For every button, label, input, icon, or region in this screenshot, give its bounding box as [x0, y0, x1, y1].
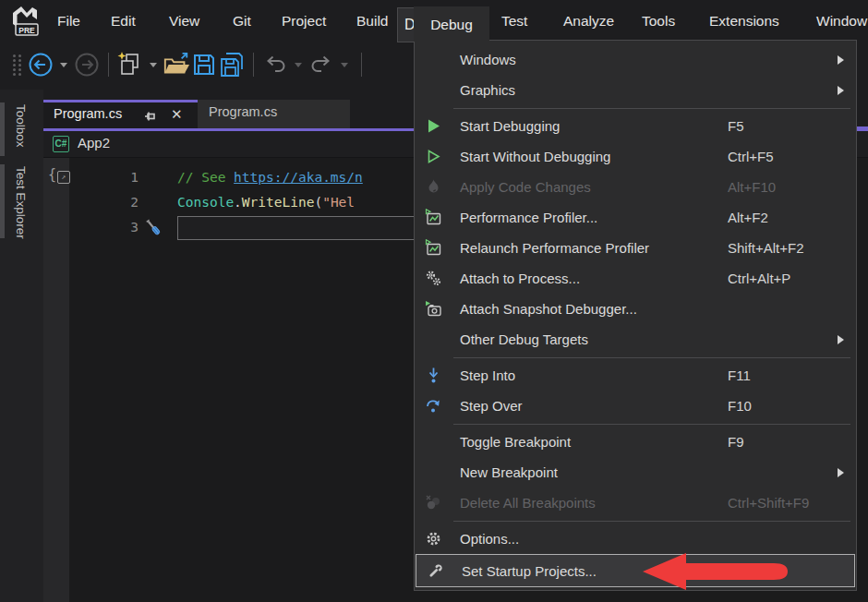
- menu-item-label: New Breakpoint: [460, 457, 558, 488]
- dock-tab-toolbox[interactable]: Toolbox: [0, 102, 43, 156]
- menubar-item-git[interactable]: Git: [233, 0, 251, 40]
- menubar-item-file[interactable]: File: [57, 0, 80, 40]
- menu-item-windows[interactable]: Windows: [415, 44, 856, 75]
- menu-item-step-into[interactable]: Step IntoF11: [415, 360, 856, 391]
- save-all-icon[interactable]: [218, 51, 246, 78]
- redo-icon[interactable]: [307, 51, 335, 78]
- tab-label: Program.cs: [54, 106, 122, 121]
- menu-item-other-debug-targets[interactable]: Other Debug Targets: [415, 324, 856, 355]
- menu-item-relaunch-performance-profiler[interactable]: Relaunch Performance ProfilerShift+Alt+F…: [415, 233, 856, 263]
- new-item-icon[interactable]: [116, 51, 144, 78]
- menu-item-label: Options...: [460, 524, 519, 554]
- menu-item-toggle-breakpoint[interactable]: Toggle BreakpointF9: [415, 427, 856, 457]
- menu-item-label: Relaunch Performance Profiler: [460, 233, 649, 263]
- menu-item-label: Delete All Breakpoints: [460, 488, 596, 518]
- dock-tab-test-explorer[interactable]: Test Explorer: [0, 164, 43, 238]
- menu-item-shortcut: F5: [728, 111, 744, 141]
- play-outline-icon: [425, 148, 442, 165]
- toolbar-grip-handle[interactable]: [13, 54, 21, 76]
- undo-icon[interactable]: [261, 51, 289, 78]
- dropdown-caret-icon[interactable]: [150, 63, 157, 67]
- code-text: // See https://aka.ms/n: [177, 165, 363, 190]
- menu-item-label: Start Debugging: [460, 111, 560, 141]
- line-number: 2: [69, 190, 139, 215]
- outline-icon[interactable]: { ↗: [48, 166, 70, 184]
- line-number: 1: [69, 165, 139, 190]
- project-dropdown[interactable]: App2: [78, 135, 110, 150]
- debug-menu-dropdown: WindowsGraphicsStart DebuggingF5Start Wi…: [414, 40, 857, 591]
- menu-item-label: Step Over: [460, 391, 523, 421]
- save-icon[interactable]: [190, 51, 218, 78]
- menu-item-shortcut: Shift+Alt+F2: [728, 233, 804, 263]
- menu-item-label: Graphics: [460, 75, 515, 105]
- dock-tab-indicator: [0, 164, 5, 238]
- gears-icon: [425, 270, 442, 287]
- menu-item-shortcut: F10: [728, 391, 752, 421]
- submenu-arrow-icon: [838, 55, 844, 65]
- menubar-item-project[interactable]: Project: [282, 0, 326, 40]
- menu-item-label: Attach Snapshot Debugger...: [460, 294, 637, 324]
- menu-item-start-without-debugging[interactable]: Start Without DebuggingCtrl+F5: [415, 141, 856, 172]
- red-arrow-annotation: [635, 550, 794, 593]
- tab-label: Program.cs: [209, 104, 277, 119]
- menu-item-new-breakpoint[interactable]: New Breakpoint: [415, 457, 856, 488]
- code-text: [177, 215, 421, 240]
- menu-item-shortcut: Ctrl+Shift+F9: [728, 488, 809, 518]
- menubar-item-test[interactable]: Test: [501, 0, 527, 40]
- pin-icon[interactable]: [143, 109, 158, 124]
- menu-item-label: Windows: [460, 44, 516, 75]
- menu-item-attach-to-process[interactable]: Attach to Process...Ctrl+Alt+P: [415, 263, 856, 294]
- camera-attach-icon: [425, 300, 442, 318]
- tab-program-cs-inactive[interactable]: Program.cs: [198, 100, 350, 128]
- dock-tab-label: Toolbox: [14, 104, 28, 148]
- close-icon[interactable]: ✕: [171, 106, 183, 123]
- menu-item-label: Attach to Process...: [460, 263, 580, 294]
- menu-item-performance-profiler[interactable]: Performance Profiler...Alt+F2: [415, 202, 856, 233]
- tab-program-cs-active[interactable]: Program.cs ✕: [43, 100, 198, 128]
- menubar-item-edit[interactable]: Edit: [111, 0, 136, 40]
- submenu-arrow-icon: [838, 86, 844, 95]
- menu-item-graphics[interactable]: Graphics: [415, 75, 856, 105]
- menu-item-attach-snapshot-debugger[interactable]: Attach Snapshot Debugger...: [415, 294, 856, 324]
- menu-item-label: Set Startup Projects...: [462, 555, 597, 587]
- play-solid-icon: [425, 117, 442, 135]
- dropdown-caret-icon[interactable]: [60, 63, 67, 67]
- step-over-icon: [425, 397, 442, 415]
- left-dock-strip: ToolboxTest Explorer: [0, 90, 43, 602]
- open-folder-icon[interactable]: [163, 51, 190, 78]
- profiler-icon: [425, 239, 442, 257]
- menubar-item-debug[interactable]: Debug: [414, 6, 489, 42]
- menu-item-shortcut: Alt+F2: [728, 202, 768, 233]
- submenu-arrow-icon: [838, 335, 844, 344]
- dock-tab-indicator: [0, 102, 5, 156]
- menubar-item-build[interactable]: Build: [356, 0, 388, 40]
- menu-item-delete-all-breakpoints: Delete All BreakpointsCtrl+Shift+F9: [415, 488, 856, 518]
- menu-item-label: Other Debug Targets: [460, 324, 588, 355]
- back-arrow-icon[interactable]: [27, 51, 54, 78]
- menu-item-label: Step Into: [460, 360, 515, 391]
- gear-icon: [425, 530, 442, 548]
- menu-item-shortcut: F9: [728, 427, 744, 457]
- profiler-icon: [425, 209, 442, 226]
- svg-text:PRE: PRE: [18, 26, 35, 35]
- menu-item-label: Apply Code Changes: [460, 172, 591, 202]
- dropdown-caret-icon[interactable]: [341, 63, 348, 67]
- menu-item-shortcut: F11: [728, 360, 751, 391]
- forward-arrow-icon[interactable]: [73, 51, 101, 78]
- menu-item-start-debugging[interactable]: Start DebuggingF5: [415, 111, 856, 141]
- menu-bar: PRE Debug FileEditViewGitProjectBuildTes…: [0, 0, 868, 40]
- submenu-arrow-icon: [838, 468, 844, 477]
- toolbar-separator: [361, 53, 362, 77]
- menubar-item-extensions[interactable]: Extensions: [709, 0, 779, 40]
- visual-studio-logo: PRE: [9, 4, 44, 37]
- code-text: Console.WriteLine("Hel: [177, 190, 355, 215]
- menubar-item-analyze[interactable]: Analyze: [563, 0, 614, 40]
- editor-gutter: [43, 158, 69, 602]
- menubar-item-view[interactable]: View: [169, 0, 199, 40]
- menubar-item-window[interactable]: Window: [816, 0, 867, 40]
- menu-item-step-over[interactable]: Step OverF10: [415, 391, 856, 421]
- dropdown-caret-icon[interactable]: [295, 63, 302, 67]
- csharp-project-icon: C#: [53, 136, 69, 152]
- inline-suggestion-box: [177, 216, 421, 240]
- menubar-item-tools[interactable]: Tools: [642, 0, 675, 40]
